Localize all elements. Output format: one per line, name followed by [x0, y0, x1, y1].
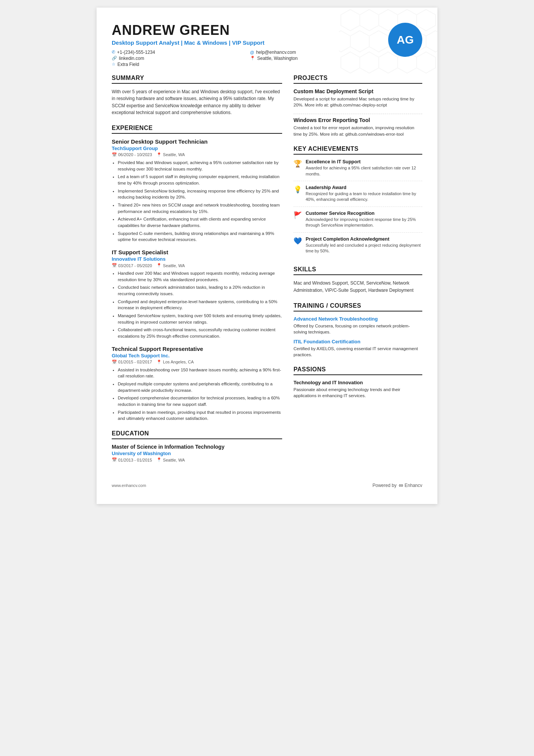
- avatar: AG: [388, 23, 422, 57]
- achievement-3-content: Customer Service Recognition Acknowledge…: [306, 211, 422, 229]
- job-3-title: Technical Support Representative: [112, 346, 282, 352]
- training-2-title: ITIL Foundation Certification: [294, 339, 422, 344]
- location-icon: 📍: [250, 56, 255, 61]
- achievements-title: KEY ACHIEVEMENTS: [294, 146, 422, 155]
- bullet: Led a team of 5 support staff in deployi…: [118, 174, 282, 186]
- bullet: Deployed multiple computer systems and p…: [118, 381, 282, 393]
- achievement-2-content: Leadership Award Recognized for guiding …: [306, 185, 422, 203]
- achievement-4-content: Project Completion Acknowledgment Succes…: [306, 236, 422, 254]
- bullet: Participated in team meetings, providing…: [118, 409, 282, 422]
- pin-icon: 📍: [156, 360, 162, 365]
- job-2-title: IT Support Specialist: [112, 249, 282, 255]
- project-1-title: Custom Mac Deployment Script: [294, 88, 422, 94]
- calendar-icon: 📅: [112, 152, 117, 157]
- footer-website: www.enhancv.com: [112, 483, 146, 488]
- education-title: EDUCATION: [112, 430, 282, 439]
- calendar-icon: 📅: [112, 360, 117, 365]
- job-2-bullets: Handled over 200 Mac and Windows support…: [112, 270, 282, 340]
- job-1-meta: 📅 06/2020 - 10/2023 📍 Seattle, WA: [112, 152, 282, 157]
- pin-icon: 📍: [156, 263, 162, 268]
- job-3-meta: 📅 01/2015 - 02/2017 📍 Los Angeles, CA: [112, 360, 282, 365]
- edu-meta: 📅 01/2013 - 01/2015 📍 Seattle, WA: [112, 457, 282, 462]
- summary-text: With over 5 years of experience in Mac a…: [112, 88, 282, 116]
- training-1-desc: Offered by Coursera, focusing on complex…: [294, 323, 422, 335]
- job-2-date: 📅 03/2017 - 05/2020: [112, 263, 152, 268]
- achievement-1-title: Excellence in IT Support: [306, 159, 422, 164]
- calendar-icon: 📅: [112, 263, 117, 268]
- project-1: Custom Mac Deployment Script Developed a…: [294, 88, 422, 108]
- summary-section: SUMMARY With over 5 years of experience …: [112, 75, 282, 116]
- passion-1-desc: Passionate about emerging technology tre…: [294, 387, 422, 399]
- training-2-desc: Certified by AXELOS, covering essential …: [294, 346, 422, 358]
- candidate-name: ANDREW GREEN: [112, 23, 381, 38]
- job-2: IT Support Specialist Innovative IT Solu…: [112, 249, 282, 340]
- job-1: Senior Desktop Support Technician TechSu…: [112, 138, 282, 243]
- achievement-1: 🏆 Excellence in IT Support Awarded for a…: [294, 159, 422, 181]
- achievement-3-icon: 🚩: [294, 211, 302, 229]
- achievement-1-icon: 🏆: [294, 160, 302, 177]
- bullet: Managed ServiceNow system, tracking over…: [118, 313, 282, 325]
- achievement-4: 💙 Project Completion Acknowledgment Succ…: [294, 236, 422, 258]
- achievement-4-title: Project Completion Acknowledgment: [306, 236, 422, 242]
- svg-marker-10: [426, 31, 437, 52]
- achievement-2-icon: 💡: [294, 185, 302, 203]
- job-3-bullets: Assisted in troubleshooting over 150 har…: [112, 367, 282, 422]
- skills-text: Mac and Windows Support, SCCM, ServiceNo…: [294, 280, 422, 294]
- contact-email: @ help@enhancv.com: [250, 50, 381, 55]
- job-1-company: TechSupport Group: [112, 146, 282, 151]
- job-2-company: Innovative IT Solutions: [112, 256, 282, 262]
- achievement-3-title: Customer Service Recognition: [306, 211, 422, 216]
- bullet: Collaborated with cross-functional teams…: [118, 327, 282, 339]
- email-icon: @: [250, 50, 254, 55]
- project-2-title: Windows Error Reporting Tool: [294, 117, 422, 123]
- achievement-3-desc: Acknowledged for improving incident resp…: [306, 217, 422, 229]
- project-2: Windows Error Reporting Tool Created a t…: [294, 117, 422, 137]
- pin-icon: 📍: [156, 152, 162, 157]
- divider: [294, 114, 422, 114]
- link-icon: 🔗: [112, 56, 117, 61]
- experience-title: EXPERIENCE: [112, 125, 282, 134]
- achievement-1-desc: Awarded for achieving a 95% client satis…: [306, 165, 422, 177]
- pin-icon: 📍: [156, 457, 162, 462]
- achievement-2-desc: Recognized for guiding a team to reduce …: [306, 191, 422, 203]
- job-3-location: 📍 Los Angeles, CA: [156, 360, 194, 365]
- bullet: Assisted in troubleshooting over 150 har…: [118, 367, 282, 379]
- achievement-2-title: Leadership Award: [306, 185, 422, 190]
- job-1-title: Senior Desktop Support Technician: [112, 138, 282, 145]
- education-section: EDUCATION Master of Science in Informati…: [112, 430, 282, 462]
- job-2-location: 📍 Seattle, WA: [156, 263, 185, 268]
- achievement-1-content: Excellence in IT Support Awarded for ach…: [306, 159, 422, 177]
- skills-section: SKILLS Mac and Windows Support, SCCM, Se…: [294, 266, 422, 294]
- achievement-3: 🚩 Customer Service Recognition Acknowled…: [294, 211, 422, 233]
- phone-icon: ✆: [112, 50, 115, 55]
- footer-brand: Powered by ∞ Enhancv: [373, 482, 422, 489]
- calendar-icon: 📅: [112, 457, 117, 462]
- job-1-date: 📅 06/2020 - 10/2023: [112, 152, 152, 157]
- training-2: ITIL Foundation Certification Certified …: [294, 339, 422, 358]
- achievement-4-icon: 💙: [294, 237, 302, 254]
- training-title: TRAINING / COURSES: [294, 302, 422, 311]
- training-1: Advanced Network Troubleshooting Offered…: [294, 316, 422, 335]
- passions-title: PASSIONS: [294, 366, 422, 375]
- edu-location: 📍 Seattle, WA: [156, 457, 185, 462]
- bullet: Provided Mac and Windows support, achiev…: [118, 160, 282, 172]
- star-icon: ☆: [112, 62, 116, 67]
- projects-section: PROJECTS Custom Mac Deployment Script De…: [294, 75, 422, 138]
- passion-1-title: Technology and IT Innovation: [294, 380, 422, 385]
- job-1-location: 📍 Seattle, WA: [156, 152, 185, 157]
- enhancv-logo: ∞ Enhancv: [399, 482, 422, 489]
- bullet: Configured and deployed enterprise-level…: [118, 299, 282, 311]
- bullet: Implemented ServiceNow ticketing, increa…: [118, 188, 282, 200]
- passions-section: PASSIONS Technology and IT Innovation Pa…: [294, 366, 422, 399]
- footer: www.enhancv.com Powered by ∞ Enhancv: [112, 478, 422, 489]
- job-2-meta: 📅 03/2017 - 05/2020 📍 Seattle, WA: [112, 263, 282, 268]
- bullet: Supported C-suite members, building stro…: [118, 230, 282, 243]
- skills-title: SKILLS: [294, 266, 422, 275]
- job-1-bullets: Provided Mac and Windows support, achiev…: [112, 160, 282, 243]
- training-section: TRAINING / COURSES Advanced Network Trou…: [294, 302, 422, 358]
- edu-school: University of Washington: [112, 451, 282, 456]
- contact-phone: ✆ +1-(234)-555-1234: [112, 50, 242, 55]
- bullet: Handled over 200 Mac and Windows support…: [118, 270, 282, 283]
- project-1-desc: Developed a script for automated Mac set…: [294, 96, 422, 108]
- bullet: Trained 20+ new hires on SCCM usage and …: [118, 202, 282, 214]
